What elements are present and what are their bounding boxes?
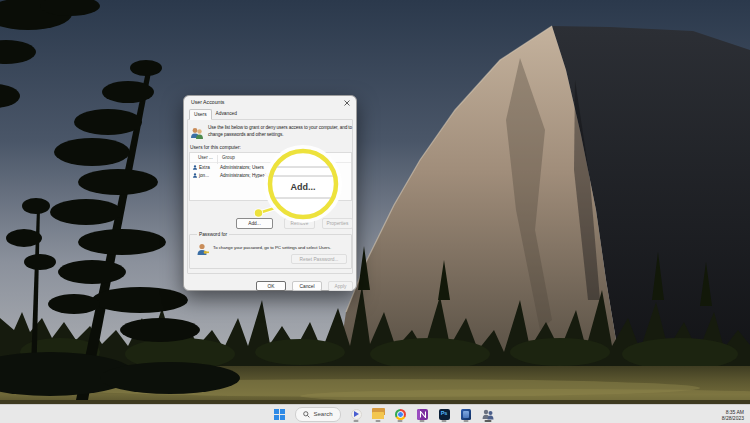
user-icon — [192, 173, 198, 178]
browser-icon — [395, 409, 406, 420]
user-accounts-dialog: User Accounts Users Advanced Use the lis… — [183, 95, 357, 291]
search-label: Search — [313, 411, 332, 417]
running-indicator — [376, 420, 381, 422]
users-list-label: Users for this computer: — [190, 145, 241, 150]
photoshop-label: Ps — [441, 411, 448, 417]
clock-date: 8/28/2023 — [722, 415, 744, 421]
add-button[interactable]: Add... — [236, 218, 273, 229]
running-indicator — [464, 420, 469, 422]
taskbar-item-purple-app[interactable] — [416, 407, 429, 422]
active-window-indicator — [485, 420, 492, 422]
user-group: Administrators; Users — [220, 165, 264, 170]
taskbar-item-user-accounts[interactable] — [482, 407, 495, 422]
taskbar-center: Search Ps — [273, 407, 494, 422]
taskbar-clock[interactable]: 8:35 AM 8/28/2023 — [722, 405, 744, 423]
column-user-name[interactable]: User ... — [198, 155, 213, 160]
taskbar-item-media-player[interactable] — [350, 407, 363, 422]
desktop-wallpaper — [0, 0, 750, 404]
taskbar-item-browser[interactable] — [394, 407, 407, 422]
taskbar-item-photoshop[interactable]: Ps — [438, 407, 451, 422]
apply-button[interactable]: Apply — [328, 281, 353, 291]
taskbar: Search Ps — [0, 404, 750, 423]
user-name: jon... — [199, 173, 209, 178]
running-indicator — [354, 420, 359, 422]
user-accounts-icon — [482, 409, 494, 420]
dialog-titlebar[interactable]: User Accounts — [184, 96, 356, 109]
blue-app-icon — [461, 409, 471, 420]
windows-start-icon — [274, 409, 285, 420]
purple-app-icon — [417, 409, 428, 420]
password-groupbox: Password for To change your password, go… — [189, 234, 352, 269]
taskbar-search[interactable]: Search — [295, 407, 340, 422]
photoshop-icon: Ps — [439, 409, 450, 420]
users-listbox[interactable]: User ... Group Extra Administrators; Use… — [189, 152, 352, 201]
tab-advanced[interactable]: Advanced — [212, 109, 241, 119]
running-indicator — [442, 420, 447, 422]
remove-button[interactable]: Remove — [284, 218, 315, 229]
close-icon[interactable] — [342, 98, 351, 107]
ok-button[interactable]: OK — [256, 281, 286, 291]
password-help-text: To change your password, go to PC settin… — [213, 245, 351, 250]
user-group: Administrators; Hyper-V Ad... — [220, 173, 279, 178]
taskbar-item-blue-app[interactable] — [460, 407, 473, 422]
user-row[interactable]: Extra Administrators; Users — [190, 163, 351, 172]
taskbar-item-file-explorer[interactable] — [372, 407, 385, 422]
media-player-icon — [351, 409, 362, 420]
cancel-button[interactable]: Cancel — [292, 281, 322, 291]
reset-password-button[interactable]: Reset Password... — [291, 254, 347, 264]
dialog-tabs: Users Advanced — [189, 109, 241, 119]
list-header[interactable]: User ... Group — [190, 153, 351, 163]
running-indicator — [398, 420, 403, 422]
two-users-icon — [190, 127, 204, 140]
user-row[interactable]: jon... Administrators; Hyper-V Ad... — [190, 172, 351, 181]
dialog-intro-text: Use the list below to grant or deny user… — [208, 125, 354, 138]
user-key-icon — [196, 243, 210, 257]
dialog-title: User Accounts — [191, 99, 224, 105]
start-button[interactable] — [273, 407, 286, 422]
search-icon — [303, 411, 310, 418]
properties-button[interactable]: Properties — [322, 218, 353, 229]
running-indicator — [420, 420, 425, 422]
password-group-label: Password for — [197, 232, 229, 237]
tab-users[interactable]: Users — [189, 109, 212, 120]
user-icon — [192, 165, 198, 170]
column-group[interactable]: Group — [222, 155, 235, 160]
file-explorer-icon — [372, 410, 384, 419]
user-name: Extra — [199, 165, 210, 170]
